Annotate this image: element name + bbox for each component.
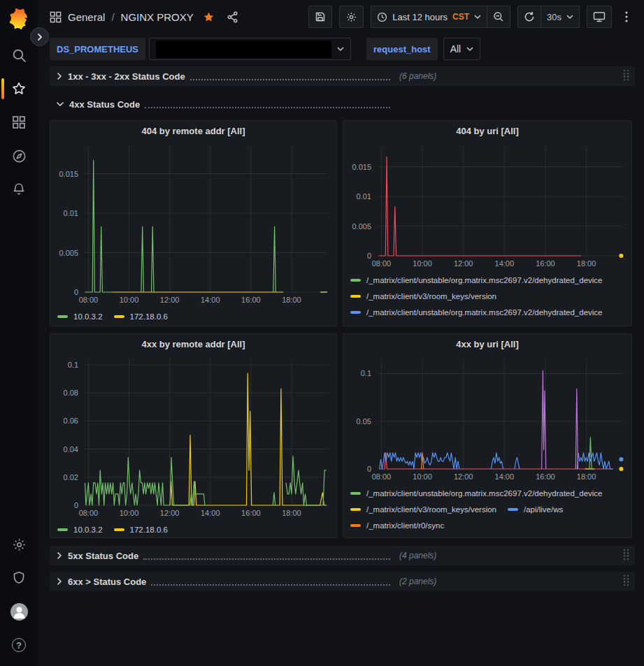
sidebar-item-profile[interactable]: [0, 595, 38, 628]
row-5xx[interactable]: 5xx Status Code (4 panels): [50, 546, 635, 565]
chevron-right-icon: [56, 577, 63, 586]
svg-text:0.05: 0.05: [357, 417, 371, 426]
request-host-variable-select[interactable]: All: [443, 38, 481, 60]
legend-label: /_matrix/client/v3/room_keys/version: [366, 505, 496, 514]
legend-item[interactable]: /_matrix/client/unstable/org.matrix.msc2…: [350, 485, 603, 501]
row-title-block: 1xx - 3xx - 2xx Status Code: [56, 71, 390, 82]
share-icon[interactable]: [227, 11, 238, 23]
row-drag-handle[interactable]: [623, 574, 629, 589]
svg-text:0: 0: [74, 501, 78, 509]
time-range-picker[interactable]: Last 12 hours CST: [371, 6, 487, 28]
timeseries-chart[interactable]: 08:0010:0012:0014:0016:0018:0000.0050.01…: [50, 140, 336, 307]
legend-item[interactable]: 10.0.3.2: [57, 308, 103, 324]
svg-text:18:00: 18:00: [282, 296, 301, 304]
svg-text:12:00: 12:00: [160, 509, 180, 517]
sidebar-item-dashboards[interactable]: [0, 106, 38, 139]
panel-grid: 404 by remote addr [All] 08:0010:0012:00…: [50, 120, 635, 538]
legend-item[interactable]: 172.18.0.6: [114, 308, 168, 324]
refresh-interval-picker[interactable]: 30s: [541, 6, 580, 28]
panel-title[interactable]: 4xx by uri [All]: [343, 334, 631, 354]
legend-item[interactable]: /_matrix/client/v3/room_keys/version: [350, 288, 496, 304]
sidebar-item-search[interactable]: [0, 38, 38, 72]
legend-item[interactable]: /sw.js: [508, 320, 543, 326]
timeseries-chart[interactable]: 08:0010:0012:0014:0016:0018:0000.0050.01…: [343, 140, 631, 270]
timezone-label: CST: [452, 12, 469, 22]
legend-item[interactable]: /_matrix/client/unstable/org.matrix.msc2…: [350, 533, 603, 537]
chevron-right-icon: [56, 551, 63, 560]
row-6xx[interactable]: 6xx > Status Code (2 panels): [50, 572, 635, 591]
legend-item[interactable]: /_matrix/client/v3/room_keys/version: [350, 501, 496, 517]
legend-item[interactable]: /_matrix/client/unstable/org.matrix.msc2…: [350, 304, 603, 320]
kebab-menu-button[interactable]: [619, 6, 634, 28]
sidebar-item-explore[interactable]: [0, 139, 38, 173]
sidebar-item-configuration[interactable]: [0, 528, 38, 561]
legend-item[interactable]: /_matrix/client/r0/sync: [350, 517, 444, 533]
top-navbar: General / NGINX PROXY Last 12 hours CST: [38, 0, 644, 34]
svg-text:0.02: 0.02: [64, 473, 78, 482]
legend-label: 172.18.0.6: [130, 526, 168, 534]
row-title-block: 4xx Status Code: [56, 99, 390, 110]
row-4xx[interactable]: 4xx Status Code: [50, 94, 635, 114]
legend-swatch: [350, 508, 361, 511]
request-host-variable-label[interactable]: request_host: [366, 38, 438, 60]
breadcrumb: General / NGINX PROXY: [50, 11, 238, 23]
timeseries-chart[interactable]: 08:0010:0012:0014:0016:0018:0000.020.040…: [50, 354, 336, 520]
legend-label: /_matrix/client/unstable/org.matrix.msc2…: [366, 308, 603, 317]
save-dashboard-button[interactable]: [308, 6, 332, 28]
help-icon: ?: [12, 638, 26, 652]
main-area: General / NGINX PROXY Last 12 hours CST: [38, 0, 644, 666]
sidebar-expand-button[interactable]: [30, 27, 49, 46]
row-dotted-leader: [190, 72, 390, 80]
datasource-variable-select[interactable]: [149, 38, 351, 60]
row-1xx-3xx-2xx[interactable]: 1xx - 3xx - 2xx Status Code (6 panels): [50, 66, 635, 86]
legend-swatch: [114, 315, 124, 318]
chevron-down-icon: [466, 46, 473, 52]
datasource-variable-label[interactable]: DS_PROMETHEUS: [50, 38, 145, 60]
svg-text:0.01: 0.01: [64, 209, 78, 217]
svg-text:08:00: 08:00: [79, 509, 99, 517]
star-outline-icon: [11, 81, 27, 96]
favorite-star-icon[interactable]: [203, 11, 215, 23]
legend-swatch: [508, 508, 518, 511]
legend-swatch: [350, 492, 361, 495]
svg-text:14:00: 14:00: [201, 296, 220, 304]
tv-mode-button[interactable]: [587, 6, 612, 28]
legend-label: 10.0.3.2: [73, 526, 103, 534]
grafana-logo-icon[interactable]: [8, 5, 29, 33]
redacted-value: [156, 41, 331, 58]
svg-text:0: 0: [367, 465, 371, 473]
breadcrumb-title[interactable]: NGINX PROXY: [121, 11, 194, 23]
panel-title[interactable]: 404 by uri [All]: [343, 121, 631, 140]
breadcrumb-section[interactable]: General: [68, 11, 105, 23]
panel-title[interactable]: 4xx by remote addr [All]: [50, 334, 336, 354]
sidebar-item-server-admin[interactable]: [0, 561, 38, 595]
legend-item[interactable]: 10.0.3.2: [57, 521, 103, 537]
svg-text:18:00: 18:00: [577, 259, 596, 268]
sidebar-item-help[interactable]: ?: [0, 628, 38, 662]
sidebar-item-starred[interactable]: [0, 72, 38, 106]
refresh-interval-label: 30s: [547, 12, 561, 22]
legend-item[interactable]: /_matrix/client/v3/room_keys/version: [350, 320, 496, 326]
svg-text:0.005: 0.005: [352, 222, 371, 231]
timeseries-chart[interactable]: 08:0010:0012:0014:0016:0018:0000.050.1: [343, 354, 631, 484]
legend-swatch: [114, 528, 124, 531]
legend-item[interactable]: 172.18.0.6: [114, 521, 168, 537]
dashboard-settings-button[interactable]: [339, 6, 364, 28]
chevron-right-icon: [56, 72, 63, 80]
row-drag-handle[interactable]: [623, 549, 629, 563]
sidebar: ?: [0, 0, 38, 666]
panel-legend: 10.0.3.2172.18.0.6: [50, 520, 336, 537]
legend-swatch: [350, 279, 361, 282]
svg-text:14:00: 14:00: [495, 259, 515, 268]
panel-title[interactable]: 404 by remote addr [All]: [50, 121, 336, 140]
legend-item[interactable]: /api/live/ws: [508, 501, 563, 517]
svg-text:08:00: 08:00: [372, 472, 392, 481]
refresh-button[interactable]: [517, 6, 541, 28]
zoom-out-time-button[interactable]: [487, 6, 510, 28]
chevron-down-icon: [566, 14, 573, 20]
sidebar-item-alerting[interactable]: [0, 173, 38, 206]
legend-item[interactable]: /_matrix/client/unstable/org.matrix.msc2…: [350, 272, 603, 288]
row-title: 6xx > Status Code: [68, 577, 146, 587]
legend-swatch: [57, 528, 68, 531]
row-drag-handle[interactable]: [623, 69, 629, 84]
